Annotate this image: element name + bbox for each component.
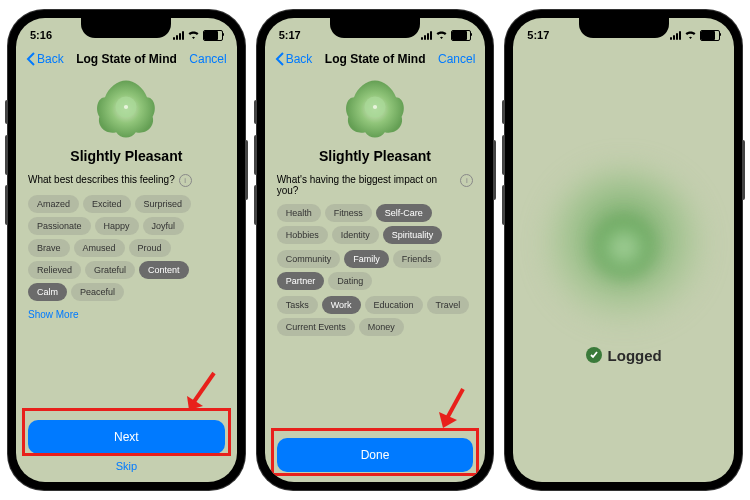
chip-passionate[interactable]: Passionate — [28, 217, 91, 235]
nav-bar: Back Log State of Mind Cancel — [265, 48, 486, 70]
chip-travel[interactable]: Travel — [427, 296, 470, 314]
phone-1: 5:16 Back Log State of Mind Cancel Sligh… — [8, 10, 245, 490]
back-button[interactable]: Back — [26, 52, 64, 66]
signal-icon — [173, 31, 184, 40]
status-time: 5:17 — [279, 29, 301, 41]
checkmark-icon — [586, 347, 602, 363]
phone-3: 5:17 Logged — [505, 10, 742, 490]
feeling-chips: AmazedExcitedSurprisedPassionateHappyJoy… — [28, 195, 225, 301]
battery-icon — [700, 30, 720, 41]
status-time: 5:16 — [30, 29, 52, 41]
chip-amazed[interactable]: Amazed — [28, 195, 79, 213]
screen-3: 5:17 Logged — [513, 18, 734, 482]
prompt-text: What's having the biggest impact on you?… — [277, 174, 474, 196]
battery-icon — [203, 30, 223, 41]
blurred-flower-icon — [544, 167, 704, 327]
impact-chip-group: HealthFitnessSelf-CareHobbiesIdentitySpi… — [277, 204, 474, 244]
chip-joyful[interactable]: Joyful — [143, 217, 185, 235]
done-button[interactable]: Done — [277, 438, 474, 472]
chip-happy[interactable]: Happy — [95, 217, 139, 235]
nav-bar: Back Log State of Mind Cancel — [16, 48, 237, 70]
nav-title: Log State of Mind — [325, 52, 426, 66]
svg-point-1 — [124, 105, 128, 109]
wifi-icon — [187, 30, 200, 40]
chip-hobbies[interactable]: Hobbies — [277, 226, 328, 244]
back-button[interactable]: Back — [275, 52, 313, 66]
phone-2: 5:17 Back Log State of Mind Cancel Sligh… — [257, 10, 494, 490]
cancel-button[interactable]: Cancel — [438, 52, 475, 66]
logged-view: Logged — [513, 48, 734, 482]
chip-fitness[interactable]: Fitness — [325, 204, 372, 222]
chip-current-events[interactable]: Current Events — [277, 318, 355, 336]
nav-title: Log State of Mind — [76, 52, 177, 66]
chip-partner[interactable]: Partner — [277, 272, 325, 290]
chip-self-care[interactable]: Self-Care — [376, 204, 432, 222]
chip-tasks[interactable]: Tasks — [277, 296, 318, 314]
cancel-button[interactable]: Cancel — [189, 52, 226, 66]
signal-icon — [670, 31, 681, 40]
chip-friends[interactable]: Friends — [393, 250, 441, 268]
chip-brave[interactable]: Brave — [28, 239, 70, 257]
chip-grateful[interactable]: Grateful — [85, 261, 135, 279]
chip-peaceful[interactable]: Peaceful — [71, 283, 124, 301]
skip-button[interactable]: Skip — [28, 460, 225, 472]
chip-work[interactable]: Work — [322, 296, 361, 314]
wifi-icon — [435, 30, 448, 40]
screen-2: 5:17 Back Log State of Mind Cancel Sligh… — [265, 18, 486, 482]
chip-money[interactable]: Money — [359, 318, 404, 336]
chip-education[interactable]: Education — [365, 296, 423, 314]
chip-health[interactable]: Health — [277, 204, 321, 222]
chip-spirituality[interactable]: Spirituality — [383, 226, 443, 244]
chip-family[interactable]: Family — [344, 250, 389, 268]
chip-content[interactable]: Content — [139, 261, 189, 279]
chip-community[interactable]: Community — [277, 250, 341, 268]
impact-chip-group: TasksWorkEducationTravelCurrent EventsMo… — [277, 296, 474, 336]
signal-icon — [421, 31, 432, 40]
chip-relieved[interactable]: Relieved — [28, 261, 81, 279]
mood-flower-icon — [91, 72, 161, 142]
chip-identity[interactable]: Identity — [332, 226, 379, 244]
info-icon[interactable]: i — [460, 174, 473, 187]
mood-label: Slightly Pleasant — [28, 148, 225, 164]
next-button[interactable]: Next — [28, 420, 225, 454]
svg-point-3 — [373, 105, 377, 109]
chip-calm[interactable]: Calm — [28, 283, 67, 301]
impact-chip-group: CommunityFamilyFriendsPartnerDating — [277, 250, 474, 290]
mood-label: Slightly Pleasant — [277, 148, 474, 164]
chip-excited[interactable]: Excited — [83, 195, 131, 213]
screen-1: 5:16 Back Log State of Mind Cancel Sligh… — [16, 18, 237, 482]
logged-label: Logged — [586, 347, 662, 364]
chip-dating[interactable]: Dating — [328, 272, 372, 290]
status-time: 5:17 — [527, 29, 549, 41]
chip-surprised[interactable]: Surprised — [135, 195, 192, 213]
wifi-icon — [684, 30, 697, 40]
prompt-text: What best describes this feeling?i — [28, 174, 225, 187]
mood-flower-icon — [340, 72, 410, 142]
chip-proud[interactable]: Proud — [129, 239, 171, 257]
battery-icon — [451, 30, 471, 41]
show-more-link[interactable]: Show More — [28, 309, 225, 320]
chip-amused[interactable]: Amused — [74, 239, 125, 257]
info-icon[interactable]: i — [179, 174, 192, 187]
